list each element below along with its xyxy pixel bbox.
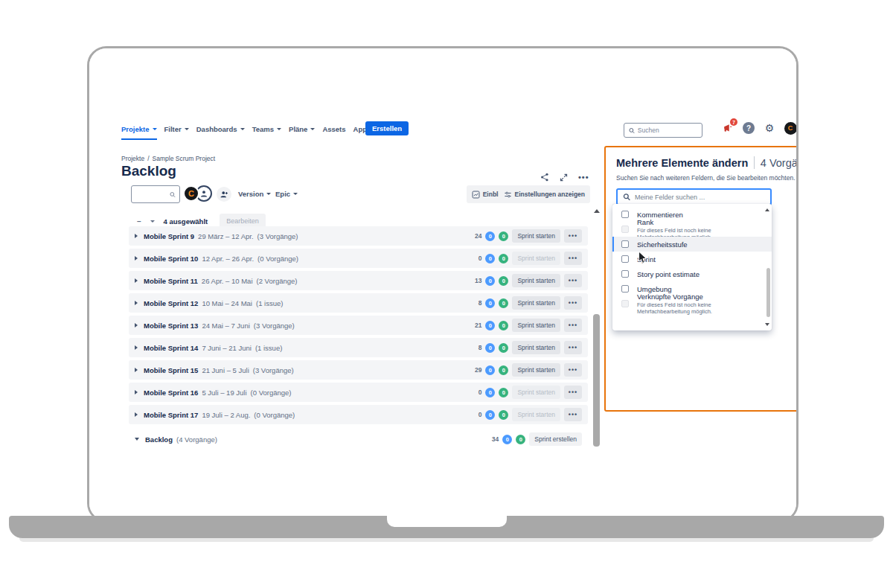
create-sprint-button[interactable]: Sprint erstellen <box>529 432 582 446</box>
more-actions-icon[interactable]: ••• <box>578 173 589 182</box>
estimate-done-badge: 0 <box>499 388 508 397</box>
scrollbar-thumb[interactable] <box>593 314 600 447</box>
backlog-issue-count: (4 Vorgänge) <box>176 435 217 444</box>
expand-chevron-icon[interactable] <box>135 301 138 305</box>
start-sprint-button[interactable]: Sprint starten <box>512 274 560 287</box>
dropdown-scrollbar-thumb[interactable] <box>766 268 770 317</box>
checkbox[interactable] <box>621 255 629 263</box>
sprint-row[interactable]: Mobile Sprint 12 10 Mai – 24 Mai (1 issu… <box>129 293 588 313</box>
sprint-row[interactable]: Mobile Sprint 14 7 Juni – 21 Juni (1 iss… <box>129 338 588 357</box>
announcements-icon[interactable]: 7 <box>721 121 734 135</box>
sprint-row[interactable]: Mobile Sprint 11 26 Apr. – 10 Mai (2 Vor… <box>129 271 588 290</box>
sprint-more-icon[interactable]: ••• <box>564 386 582 399</box>
expand-chevron-icon[interactable] <box>135 368 138 372</box>
start-sprint-button[interactable]: Sprint starten <box>512 296 560 310</box>
sprint-more-icon[interactable]: ••• <box>564 274 582 287</box>
checkbox[interactable] <box>621 240 629 248</box>
expand-chevron-icon[interactable] <box>135 345 138 350</box>
chevron-down-icon <box>266 193 271 195</box>
expand-chevron-icon[interactable] <box>135 390 138 394</box>
backlog-section-row[interactable]: Backlog (4 Vorgänge) 34 0 0 Sprint erste… <box>129 429 588 449</box>
sprint-row[interactable]: Mobile Sprint 16 5 Juli – 19 Juli (0 Vor… <box>129 383 588 402</box>
start-sprint-button[interactable]: Sprint starten <box>512 252 560 265</box>
field-option[interactable]: Rank Für dieses Feld ist noch keine Mehr… <box>612 222 772 237</box>
checkbox[interactable] <box>621 285 629 293</box>
add-people-button[interactable] <box>217 187 231 202</box>
estimate-done-badge: 0 <box>499 365 508 375</box>
expand-chevron-icon[interactable] <box>135 412 138 417</box>
laptop-screen: Projekte Filter Dashboards Teams <box>87 46 798 523</box>
sprint-more-icon[interactable]: ••• <box>564 408 582 421</box>
nav-item[interactable]: Pläne <box>289 125 315 135</box>
dropdown-scroll-up-arrow[interactable] <box>765 208 769 211</box>
estimate-inprogress-badge: 0 <box>485 298 495 308</box>
start-sprint-button[interactable]: Sprint starten <box>512 386 560 399</box>
chevron-down-icon[interactable] <box>150 220 155 223</box>
nav-item[interactable]: Assets <box>322 125 345 135</box>
user-avatar[interactable]: C <box>784 121 797 135</box>
breadcrumb-project-link[interactable]: Sample Scrum Project <box>153 155 216 162</box>
sprint-row[interactable]: Mobile Sprint 15 21 Juni – 5 Juli (3 Vor… <box>129 360 588 380</box>
nav-item[interactable]: Projekte <box>121 125 157 135</box>
field-search[interactable] <box>616 188 772 205</box>
version-filter[interactable]: Version <box>238 190 271 198</box>
start-sprint-button[interactable]: Sprint starten <box>512 408 560 421</box>
sprint-row[interactable]: Mobile Sprint 13 24 Mai – 7 Juni (3 Vorg… <box>129 316 588 335</box>
start-sprint-button[interactable]: Sprint starten <box>512 341 560 354</box>
start-sprint-button[interactable]: Sprint starten <box>512 229 560 243</box>
global-search[interactable] <box>624 123 702 138</box>
sprint-dates: 29 März – 12 Apr. <box>198 232 253 240</box>
collapse-chevron-icon[interactable] <box>135 438 139 441</box>
chevron-down-icon <box>185 128 189 130</box>
start-sprint-button[interactable]: Sprint starten <box>512 319 560 332</box>
expand-chevron-icon[interactable] <box>135 234 138 238</box>
checkbox[interactable] <box>621 270 629 278</box>
nav-item-label: Dashboards <box>196 125 237 133</box>
sprint-issue-count: (2 Vorgänge) <box>257 277 298 285</box>
sprint-row[interactable]: Mobile Sprint 10 12 Apr. – 26 Apr. (0 Vo… <box>129 249 588 268</box>
breadcrumb-projects-link[interactable]: Projekte <box>121 155 144 162</box>
start-sprint-button[interactable]: Sprint starten <box>512 363 560 377</box>
nav-item[interactable]: Filter <box>164 125 189 135</box>
epic-filter[interactable]: Epic <box>275 190 298 198</box>
scroll-up-arrow[interactable] <box>594 209 600 213</box>
member-avatar[interactable]: C <box>183 185 199 202</box>
field-search-input[interactable] <box>635 194 765 201</box>
sprint-name: Mobile Sprint 15 <box>144 366 198 374</box>
share-icon[interactable] <box>540 173 549 182</box>
global-search-input[interactable] <box>638 127 697 134</box>
sprint-more-icon[interactable]: ••• <box>564 363 582 377</box>
help-icon[interactable]: ? <box>742 121 755 135</box>
nav-item[interactable]: Dashboards <box>196 125 245 135</box>
expand-chevron-icon[interactable] <box>135 256 138 261</box>
backlog-search[interactable] <box>131 185 180 203</box>
expand-chevron-icon[interactable] <box>135 278 138 283</box>
indeterminate-checkbox[interactable]: – <box>137 217 141 226</box>
sprint-row[interactable]: Mobile Sprint 9 29 März – 12 Apr. (3 Vor… <box>129 226 588 246</box>
expand-chevron-icon[interactable] <box>135 323 138 327</box>
backlog-search-input[interactable] <box>135 191 170 198</box>
chart-icon <box>472 191 480 199</box>
settings-gear-icon[interactable]: ⚙ <box>763 121 776 135</box>
checkbox[interactable] <box>621 300 629 307</box>
field-option[interactable]: Verknüpfte Vorgänge Für dieses Feld ist … <box>612 296 772 311</box>
field-option[interactable]: Story point estimate <box>612 266 772 281</box>
top-navigation: Projekte Filter Dashboards Teams <box>121 125 378 135</box>
sprint-more-icon[interactable]: ••• <box>564 296 582 310</box>
checkbox[interactable] <box>621 211 629 218</box>
sprint-more-icon[interactable]: ••• <box>564 341 582 354</box>
sprint-issue-count: (1 issue) <box>256 299 283 307</box>
sprint-more-icon[interactable]: ••• <box>564 229 582 243</box>
sprint-more-icon[interactable]: ••• <box>564 319 582 332</box>
sprint-more-icon[interactable]: ••• <box>564 252 582 265</box>
dropdown-scroll-down-arrow[interactable] <box>765 323 769 326</box>
expand-icon[interactable] <box>560 173 568 182</box>
nav-item[interactable]: Teams <box>252 125 281 135</box>
estimate-inprogress-badge: 0 <box>485 254 495 263</box>
create-button[interactable]: Erstellen <box>365 121 409 135</box>
checkbox[interactable] <box>621 226 629 233</box>
field-option[interactable]: Sicherheitsstufe <box>612 237 772 252</box>
field-option[interactable]: Sprint <box>612 252 772 266</box>
view-settings-button[interactable]: Einstellungen anzeigen <box>499 185 590 203</box>
sprint-row[interactable]: Mobile Sprint 17 19 Juli – 2 Aug. (0 Vor… <box>129 405 588 424</box>
